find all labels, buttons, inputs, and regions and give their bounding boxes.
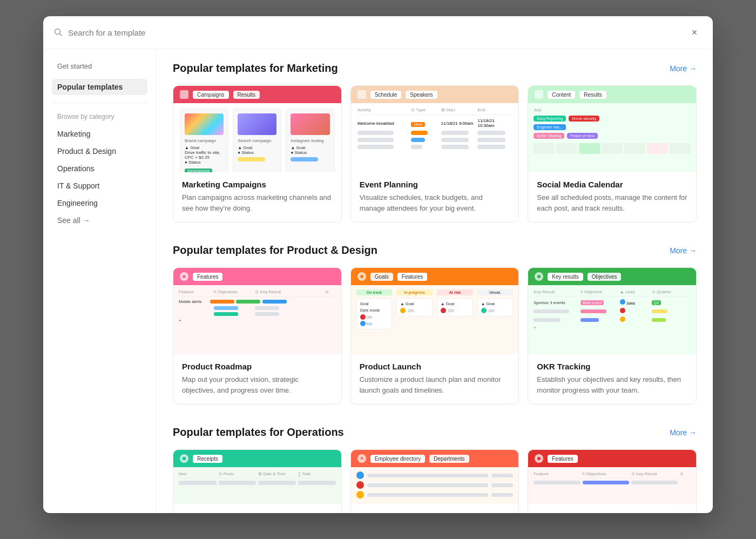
template-name: Feature Tracker — [537, 511, 687, 513]
okr-table: Key Result ≡ Objective ▲ Lead ⊙ Quarter … — [528, 285, 696, 337]
sidebar-see-all[interactable]: See all → — [52, 212, 147, 228]
section-operations-title: Popular templates for Operations — [173, 426, 344, 439]
preview-icon-social — [535, 90, 543, 99]
okr-row-4: + — [534, 325, 691, 331]
marketing-more-link[interactable]: More → — [670, 64, 697, 73]
section-operations: Popular templates for Operations More → — [173, 426, 697, 513]
preview-tab-campaigns: Campaigns — [193, 91, 229, 99]
template-card-marketing-campaigns[interactable]: Campaigns Results Brand campaign ▲ Goal … — [173, 85, 342, 223]
preview-header-launch: Goals Features — [351, 268, 519, 285]
preview-icon-employee — [357, 454, 366, 463]
template-info-features-ops: Feature Tracker Track features, objectiv… — [528, 504, 696, 513]
svg-point-7 — [537, 457, 541, 460]
template-card-features-ops[interactable]: Features Feature ≡ Objectives ⊙ Key Resu… — [528, 449, 697, 513]
preview-table-row-1: Welcome breakfast Meal 11/18/21 9:00am 1… — [357, 118, 512, 128]
sidebar-get-started-label: Get started — [52, 60, 147, 72]
template-preview-product-launch: Goals Features On track Goal Dark mode — [351, 268, 519, 354]
operations-more-link[interactable]: More → — [670, 428, 697, 437]
template-desc: Plan campaigns across marketing channels… — [182, 192, 333, 213]
template-card-employee-directory[interactable]: Employee directory Departments — [350, 449, 519, 513]
kanban-col-uncategorized: Uncat. ▲ Goal DRI — [477, 289, 514, 332]
template-info-event-planning: Event Planning Visualize schedules, trac… — [351, 172, 519, 222]
svg-point-2 — [183, 275, 186, 278]
preview-card-instagram: Instagram testing ▲ Goal ● Status — [286, 109, 334, 172]
modal-body: Get started Popular templates Browse by … — [43, 49, 713, 513]
sidebar-divider — [52, 103, 147, 103]
sidebar-item-operations[interactable]: Operations — [52, 160, 147, 177]
cal-chip-2: Drone security — [569, 116, 599, 122]
roadmap-row-4: + — [179, 318, 336, 323]
preview-tab-features-ops: Features — [548, 455, 577, 463]
template-card-event-planning[interactable]: Schedule Speakers Activity ⊙ Type ⊞ Star… — [350, 85, 519, 223]
kanban-header-at-risk: At risk — [437, 289, 473, 295]
template-card-social-media[interactable]: Content Results July Easy Reporting Dron… — [528, 85, 697, 223]
template-preview-event-planning: Schedule Speakers Activity ⊙ Type ⊞ Star… — [351, 86, 519, 172]
okr-row-2 — [534, 308, 691, 314]
template-name: Social Media Calendar — [537, 180, 687, 189]
preview-tab-key-results: Key results — [548, 273, 583, 281]
template-card-receipts[interactable]: Receipts Item ⊙ Photo ⊞ Date & Time ∑ To… — [173, 449, 342, 513]
roadmap-row-1: Mobile alerts — [179, 299, 336, 304]
section-product-header: Popular templates for Product & Design M… — [173, 244, 697, 257]
search-input[interactable] — [68, 28, 681, 37]
okr-header: Key Result ≡ Objective ▲ Lead ⊙ Quarter — [534, 289, 691, 297]
template-name: Marketing Campaigns — [182, 180, 333, 189]
preview-tab-features: Features — [193, 273, 222, 281]
template-name: Event Planning — [360, 180, 510, 189]
okr-row-3 — [534, 316, 691, 323]
template-card-okr-tracking[interactable]: Key results Objectives Key Result ≡ Obje… — [528, 267, 697, 405]
svg-point-4 — [537, 275, 541, 278]
preview-cards-row: Brand campaign ▲ Goal Drive traffic to s… — [173, 103, 341, 172]
sidebar-item-product-design[interactable]: Product & Design — [52, 143, 147, 159]
sidebar: Get started Popular templates Browse by … — [43, 49, 157, 513]
preview-header-features-ops: Features — [528, 450, 696, 467]
svg-point-3 — [360, 275, 363, 278]
close-button[interactable]: × — [687, 25, 702, 40]
preview-header-event: Schedule Speakers — [351, 86, 519, 103]
section-marketing-title: Popular templates for Marketing — [173, 62, 338, 75]
cal-chip-1: Easy Reporting — [534, 116, 566, 122]
template-info-social-media: Social Media Calendar See all scheduled … — [528, 172, 696, 222]
search-icon — [54, 28, 63, 37]
preview-icon-event — [357, 90, 366, 99]
preview-header-social: Content Results — [528, 86, 696, 103]
sidebar-item-engineering[interactable]: Engineering — [52, 195, 147, 211]
template-desc: Establish your objectives and key result… — [537, 374, 687, 395]
template-modal: × Get started Popular templates Browse b… — [43, 16, 713, 513]
kanban-card-3: ▲ Goal DRI — [437, 298, 473, 316]
preview-header-roadmap: Features — [173, 268, 341, 285]
template-preview-social-media: Content Results July Easy Reporting Dron… — [528, 86, 696, 172]
section-operations-header: Popular templates for Operations More → — [173, 426, 697, 439]
operations-templates-grid: Receipts Item ⊙ Photo ⊞ Date & Time ∑ To… — [173, 449, 697, 513]
roadmap-row-3 — [179, 312, 336, 316]
template-preview-employee: Employee directory Departments — [351, 450, 519, 504]
preview-tab-employee-dir: Employee directory — [370, 455, 426, 463]
template-preview-features-ops: Features Feature ≡ Objectives ⊙ Key Resu… — [528, 450, 696, 504]
template-preview-marketing-campaigns: Campaigns Results Brand campaign ▲ Goal … — [173, 86, 341, 172]
preview-icon-okr — [535, 272, 543, 281]
template-info-product-roadmap: Product Roadmap Map out your product vis… — [173, 354, 341, 404]
template-card-product-roadmap[interactable]: Features Feature ≡ Objectives ⊙ Key Resu… — [173, 267, 342, 405]
template-info-receipts: Receipts Track and manage receipts and e… — [173, 504, 341, 513]
kanban-header-on-track: On track — [356, 289, 393, 295]
features-ops-body: Feature ≡ Objectives ⊙ Key Result ⊙ — [528, 467, 696, 490]
preview-card-brand: Brand campaign ▲ Goal Drive traffic to s… — [180, 109, 228, 172]
okr-row-1: Sponsor 3 events Build brand Jules Q2 — [534, 299, 691, 306]
preview-header: Campaigns Results — [173, 86, 341, 103]
preview-tab-content: Content — [548, 91, 575, 99]
employee-body — [351, 467, 519, 503]
cal-chip-4: Better Sharing — [534, 133, 564, 139]
template-card-product-launch[interactable]: Goals Features On track Goal Dark mode — [350, 267, 519, 405]
main-content: Popular templates for Marketing More → C… — [157, 49, 713, 513]
roadmap-table: Feature ≡ Objectives ⊙ Key Result ⊙ Mobi… — [173, 285, 341, 329]
product-more-link[interactable]: More → — [670, 246, 697, 255]
template-info-product-launch: Product Launch Customize a product launc… — [351, 354, 519, 404]
sidebar-item-popular-templates[interactable]: Popular templates — [52, 79, 147, 95]
sidebar-item-it-support[interactable]: IT & Support — [52, 178, 147, 194]
preview-tab-features-launch: Features — [397, 273, 427, 281]
preview-card-search: Search campaign ▲ Goal ● Status — [233, 109, 281, 172]
cal-chip-5: Peace of mind — [567, 133, 598, 139]
sidebar-item-marketing[interactable]: Marketing — [52, 126, 147, 142]
preview-header-receipts: Receipts — [173, 450, 341, 467]
social-calendar-body: July Easy Reporting Drone security Engin… — [528, 103, 696, 158]
